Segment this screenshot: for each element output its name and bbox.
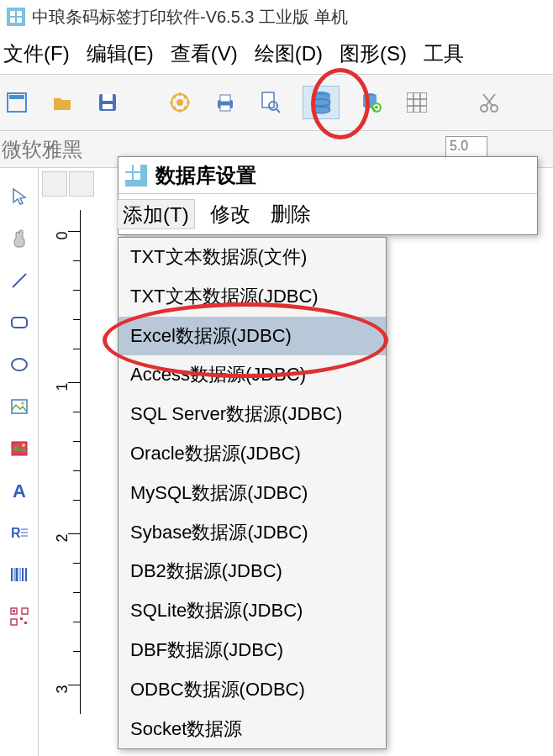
svg-rect-0 bbox=[10, 11, 15, 16]
svg-rect-51 bbox=[134, 165, 140, 171]
dialog-menu-delete[interactable]: 删除 bbox=[271, 201, 311, 228]
text-icon[interactable]: A bbox=[6, 477, 33, 504]
svg-point-21 bbox=[371, 102, 382, 113]
cut-icon[interactable] bbox=[476, 89, 503, 116]
rect-icon[interactable] bbox=[6, 309, 33, 336]
dialog-menu-modify[interactable]: 修改 bbox=[210, 201, 250, 228]
svg-text:R: R bbox=[11, 526, 21, 540]
svg-rect-27 bbox=[12, 318, 27, 328]
dropdown-item-excel-jdbc[interactable]: Excel数据源(JDBC) bbox=[118, 317, 386, 356]
db-refresh-icon[interactable] bbox=[358, 89, 385, 116]
svg-rect-45 bbox=[13, 610, 15, 612]
left-toolbar: A R bbox=[0, 168, 39, 756]
database-settings-dialog: 数据库设置 添加(T) 修改 删除 bbox=[118, 156, 538, 235]
richtext-icon[interactable]: R bbox=[6, 519, 33, 546]
menu-edit[interactable]: 编辑(E) bbox=[87, 40, 154, 66]
font-name-select[interactable]: 微软雅黑 bbox=[2, 136, 82, 163]
svg-point-30 bbox=[21, 402, 24, 405]
dialog-title-bar[interactable]: 数据库设置 bbox=[118, 157, 537, 194]
hand-icon[interactable] bbox=[6, 225, 33, 252]
svg-text:A: A bbox=[13, 480, 26, 501]
menu-bar: 文件(F) 编辑(E) 查看(V) 绘图(D) 图形(S) 工具 bbox=[0, 34, 553, 74]
svg-rect-1 bbox=[17, 11, 22, 16]
dropdown-item-odbc[interactable]: ODBC数据源(ODBC) bbox=[118, 670, 386, 710]
svg-rect-13 bbox=[220, 105, 230, 111]
tab-reload-icon[interactable] bbox=[69, 171, 94, 197]
dropdown-item-txt-file[interactable]: TXT文本数据源(文件) bbox=[118, 238, 386, 277]
open-icon[interactable] bbox=[49, 89, 76, 116]
svg-rect-50 bbox=[125, 165, 132, 171]
dropdown-item-oracle-jdbc[interactable]: Oracle数据源(JDBC) bbox=[118, 434, 386, 474]
image-icon[interactable] bbox=[6, 393, 33, 420]
svg-point-28 bbox=[12, 359, 27, 370]
settings-icon[interactable] bbox=[166, 89, 193, 116]
ruler-mark: 2 bbox=[53, 533, 71, 542]
circle-icon[interactable] bbox=[6, 351, 33, 378]
dropdown-item-sqlserver-jdbc[interactable]: SQL Server数据源(JDBC) bbox=[118, 395, 386, 434]
menu-tool[interactable]: 工具 bbox=[424, 40, 464, 66]
photo-icon[interactable] bbox=[6, 435, 33, 462]
svg-rect-12 bbox=[220, 95, 230, 102]
ruler-mark: 0 bbox=[53, 231, 71, 239]
svg-rect-3 bbox=[17, 18, 22, 23]
svg-point-10 bbox=[176, 99, 183, 106]
barcode-icon[interactable] bbox=[6, 561, 33, 588]
dropdown-item-socket[interactable]: Socket数据源 bbox=[118, 710, 386, 749]
svg-line-26 bbox=[13, 274, 26, 287]
dropdown-item-mysql-jdbc[interactable]: MySQL数据源(JDBC) bbox=[118, 474, 386, 513]
ruler-mark: 1 bbox=[53, 382, 71, 391]
dropdown-item-db2-jdbc[interactable]: DB2数据源(JDBC) bbox=[118, 552, 386, 591]
svg-rect-8 bbox=[103, 104, 113, 109]
menu-view[interactable]: 查看(V) bbox=[171, 40, 238, 66]
ruler-mark: 3 bbox=[53, 685, 71, 693]
dropdown-item-dbf-jdbc[interactable]: DBF数据源(JDBC) bbox=[118, 631, 386, 670]
dropdown-item-txt-jdbc[interactable]: TXT文本数据源(JDBC) bbox=[118, 277, 386, 317]
line-icon[interactable] bbox=[6, 267, 33, 294]
qrcode-icon[interactable] bbox=[6, 603, 33, 630]
ruler-vertical: 0 1 2 3 bbox=[55, 210, 81, 714]
app-icon bbox=[7, 8, 25, 26]
svg-rect-49 bbox=[24, 622, 27, 624]
datasource-dropdown: TXT文本数据源(文件) TXT文本数据源(JDBC) Excel数据源(JDB… bbox=[118, 237, 387, 749]
grid-icon[interactable] bbox=[403, 89, 430, 116]
svg-point-32 bbox=[22, 444, 25, 447]
svg-rect-46 bbox=[22, 608, 28, 614]
svg-rect-14 bbox=[262, 92, 274, 108]
new-doc-icon[interactable] bbox=[3, 89, 30, 116]
svg-rect-2 bbox=[10, 18, 15, 23]
print-icon[interactable] bbox=[212, 89, 239, 116]
dialog-title: 数据库设置 bbox=[155, 162, 256, 189]
dropdown-item-sqlite-jdbc[interactable]: SQLite数据源(JDBC) bbox=[118, 591, 386, 631]
window-title: 中琅条码标签打印软件-V6.5.3 工业版 单机 bbox=[32, 6, 348, 29]
menu-draw[interactable]: 绘图(D) bbox=[255, 40, 323, 66]
dialog-app-icon bbox=[125, 165, 147, 186]
save-icon[interactable] bbox=[94, 89, 121, 116]
cursor-icon[interactable] bbox=[6, 183, 33, 210]
svg-rect-53 bbox=[134, 173, 140, 180]
svg-rect-5 bbox=[9, 95, 24, 99]
svg-rect-48 bbox=[20, 617, 23, 620]
svg-line-16 bbox=[276, 109, 280, 113]
database-icon[interactable] bbox=[303, 86, 340, 119]
dialog-menu: 添加(T) 修改 删除 bbox=[118, 194, 537, 234]
svg-rect-52 bbox=[125, 173, 132, 180]
dropdown-item-sybase-jdbc[interactable]: Sybase数据源(JDBC) bbox=[118, 513, 386, 553]
menu-file[interactable]: 文件(F) bbox=[3, 40, 70, 66]
dropdown-item-access-jdbc[interactable]: Access数据源(JDBC) bbox=[118, 355, 386, 395]
dialog-menu-add[interactable]: 添加(T) bbox=[117, 199, 195, 229]
title-bar: 中琅条码标签打印软件-V6.5.3 工业版 单机 bbox=[0, 0, 553, 34]
menu-shape[interactable]: 图形(S) bbox=[340, 40, 407, 66]
svg-rect-7 bbox=[103, 94, 113, 101]
preview-icon[interactable] bbox=[257, 89, 284, 116]
main-toolbar bbox=[0, 74, 553, 131]
svg-rect-47 bbox=[11, 619, 17, 625]
tab-window-icon[interactable] bbox=[42, 171, 67, 197]
